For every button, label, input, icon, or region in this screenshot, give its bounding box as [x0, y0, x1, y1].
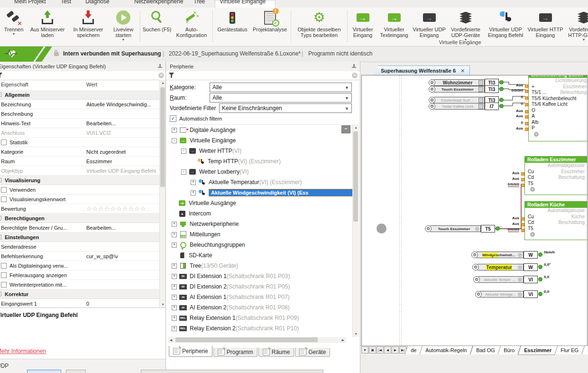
raum-select[interactable]: Alle ▼: [210, 93, 352, 103]
property-row-visualisierungskennwort[interactable]: Visualisierungskennwort: [0, 195, 160, 204]
toolbar-button-vordefinierte-udp-geräte[interactable]: Vordefinierte UDP-Geräte▾: [447, 9, 485, 42]
input-connector-icon[interactable]: [521, 172, 524, 176]
tab-peripherie[interactable]: Peripherie: [169, 346, 212, 357]
property-row-befehlserkennung[interactable]: Befehlserkennungcur_w_sp@\v: [0, 252, 160, 261]
io-pill-temperatur[interactable]: ⚙Temperatur…W0,0°: [472, 264, 551, 271]
property-section-allgemein[interactable]: −Allgemein: [0, 90, 160, 100]
tree-expander-icon[interactable]: +: [172, 326, 177, 331]
partial-button-primary[interactable]: [27, 370, 61, 373]
io-pill-taster-kaffee-licht[interactable]: ⚙Taster Kaffee LichtI7: [429, 103, 504, 110]
mini-window-icon[interactable]: [478, 87, 483, 92]
ellipsis-icon[interactable]: …: [518, 292, 522, 297]
tree-expander-icon[interactable]: +: [172, 242, 177, 248]
ribbon-tab-diagnose[interactable]: Diagnose: [85, 0, 110, 5]
scroll-up-icon[interactable]: ▲: [160, 80, 166, 86]
scroll-up-icon[interactable]: ▲: [353, 124, 359, 131]
scroll-right-icon[interactable]: ▶: [340, 337, 346, 343]
tab-programm[interactable]: Programm: [213, 348, 257, 357]
properties-scrollbar[interactable]: ▲ ▼: [159, 80, 166, 308]
output-connector-icon[interactable]: [499, 104, 504, 108]
toolbar-button-virtueller-udp-eingang-befehl[interactable]: Virtueller UDP Eingang Befehl: [485, 9, 526, 38]
property-value[interactable]: Aktuelle Windgeschwindig...: [86, 102, 151, 107]
tree-expander-icon[interactable]: -: [181, 149, 186, 154]
property-row-kategorie[interactable]: KategorieNicht zugeordnet: [0, 147, 160, 157]
function-block-rolladen-esszimmer[interactable]: Rolladen EsszimmerAutomatikjalousieCuEss…: [524, 156, 588, 195]
property-value[interactable]: 0: [86, 301, 89, 307]
tree-vertical-scrollbar[interactable]: ▲ ▼: [352, 124, 359, 337]
tree-item-wetter-loxberry[interactable]: -→Wetter Loxberry (VI): [167, 167, 353, 177]
input-connector-icon[interactable]: [525, 84, 528, 88]
tree-item-di-extension-1[interactable]: +DIDI Extension 1 (Schaltschrank R01 P03…: [167, 271, 353, 281]
sheet-overview-button[interactable]: ▣: [369, 346, 376, 354]
property-value[interactable]: VUI1.VCI2: [86, 130, 111, 136]
input-connector-icon[interactable]: [521, 229, 524, 232]
tree-expander-icon[interactable]: +: [172, 305, 177, 310]
property-value[interactable]: Bearbeiten...: [86, 225, 116, 231]
tree-horizontal-scrollbar[interactable]: ◀ ▶: [168, 337, 346, 343]
program-canvas[interactable]: --- ⚙WohnzimmerTI3⚙Touch EsszimmerTI3⚙Kü…: [361, 75, 588, 345]
property-value[interactable]: Esszimmer: [86, 159, 112, 164]
toolbar-button-aus-miniserver-laden[interactable]: Aus Miniserver laden: [27, 9, 68, 38]
io-pill-aktuelle-temper-[interactable]: ⚙Aktuelle Temper ...…VI0,0: [473, 276, 549, 283]
collapse-all-button[interactable]: −: [341, 125, 350, 133]
tree-expander-icon[interactable]: +: [172, 232, 177, 237]
property-section-korrektur[interactable]: −Korrektur: [0, 289, 160, 299]
checkbox-icon[interactable]: [1, 263, 7, 269]
property-row-verwenden[interactable]: Verwenden: [0, 185, 160, 195]
tree-item-virtuelle-ausgänge[interactable]: ➔Virtuelle Ausgänge: [167, 198, 353, 208]
io-pill-touch-esszimmer[interactable]: ⚙Touch Esszimmer…T5: [425, 225, 500, 233]
gear-icon[interactable]: ⚙: [425, 225, 432, 232]
tree-expander-icon[interactable]: +: [191, 180, 196, 185]
input-connector-icon[interactable]: [525, 110, 528, 113]
tree-item-tree[interactable]: +Tree (13/50 Geräte): [167, 261, 353, 271]
ellipsis-icon[interactable]: …: [475, 227, 479, 231]
tree-item-digitale-ausgänge[interactable]: +Digitale Ausgänge: [167, 125, 353, 135]
first-sheet-button[interactable]: |◀: [377, 346, 384, 354]
property-row-berechtigte-benutzer-gru-[interactable]: Berechtigte Benutzer / Gru...Bearbeiten.…: [0, 223, 160, 233]
toolbar-button-objekte-desselben-typs-bearbeiten[interactable]: ⚙Objekte desselben Typs bearbeiten: [293, 9, 346, 38]
checkbox-icon[interactable]: [1, 272, 7, 278]
property-row-beschreibung[interactable]: Beschreibung: [0, 109, 160, 119]
previous-sheet-button[interactable]: ◀: [384, 346, 391, 354]
tree-item-ai-extension-2[interactable]: +AIAI Extension 2 (Schaltschrank R01 P08…: [167, 302, 353, 313]
tree-item-virtuelle-eingänge[interactable]: -→Virtuelle Eingänge: [167, 135, 353, 146]
rating-stars[interactable]: ☆☆☆☆☆☆☆☆☆☆: [86, 205, 147, 212]
close-icon[interactable]: ✕: [460, 68, 465, 74]
property-value[interactable]: cur_w_sp@\v: [86, 253, 118, 259]
peripherie-filter-row[interactable]: ✕: [166, 71, 359, 80]
ellipsis-icon[interactable]: …: [518, 265, 522, 270]
toolbar-button-projektanalyse[interactable]: !✓Projektanalyse: [250, 9, 289, 32]
section-collapse-icon[interactable]: −: [0, 292, 1, 296]
sheet-tab-flur-eg[interactable]: Flur EG: [554, 346, 585, 355]
output-connector-icon[interactable]: [538, 292, 542, 296]
document-tab[interactable]: Superhausung Welfenstraße 6 ✕: [373, 65, 470, 75]
input-connector-icon[interactable]: [525, 128, 528, 131]
scroll-down-icon[interactable]: ▼: [160, 301, 166, 308]
add-input-icon[interactable]: +: [530, 187, 535, 192]
properties-filter-row[interactable]: ✕: [0, 71, 166, 80]
tree-expander-icon[interactable]: +: [191, 190, 196, 196]
property-row-anschluss[interactable]: AnschlussVUI1.VCI2: [0, 128, 160, 138]
toolbar-button-liveview-starten[interactable]: Liveview starten▾: [108, 9, 138, 42]
tab-geräte[interactable]: Geräte: [295, 348, 330, 357]
tree-item-intercom[interactable]: ●Intercom: [167, 208, 353, 219]
add-input-icon[interactable]: +: [530, 232, 535, 237]
ellipsis-icon[interactable]: …: [518, 278, 522, 282]
gear-icon[interactable]: ⚙: [429, 79, 435, 86]
io-pill-touch-esszimmer[interactable]: ⚙Touch EsszimmerTI3: [429, 86, 504, 93]
toolbar-button-virtueller-eingang[interactable]: →Virtueller Eingang: [349, 9, 377, 38]
input-connector-icon[interactable]: [521, 223, 524, 226]
tree-item-mitteilungen[interactable]: +Mitteilungen: [167, 229, 353, 240]
property-row-objekttyp[interactable]: ObjekttypVirtueller UDP Eingang Befehl: [0, 166, 160, 176]
auto-filter-row[interactable]: ✓ Automatisch filtern: [170, 115, 222, 122]
mini-window-icon[interactable]: [478, 98, 483, 103]
output-connector-icon[interactable]: [499, 98, 504, 102]
property-section-einstellungen[interactable]: −Einstellungen: [0, 233, 160, 242]
function-block-licht[interactable]: Lichtsteuerung EssenLichtsteuerung+Esszi…: [528, 75, 588, 141]
toolbar-button-auto-konfiguration[interactable]: ✕✕✕Auto- Konfiguration: [172, 9, 211, 38]
section-collapse-icon[interactable]: −: [0, 216, 1, 220]
tree-expander-icon[interactable]: +: [172, 128, 177, 133]
scroll-down-icon[interactable]: ▼: [353, 331, 359, 337]
tree-item-beleuchtungsgruppen[interactable]: +Beleuchtungsgruppen: [167, 240, 353, 250]
property-value[interactable]: Nicht zugeordnet: [86, 149, 126, 155]
